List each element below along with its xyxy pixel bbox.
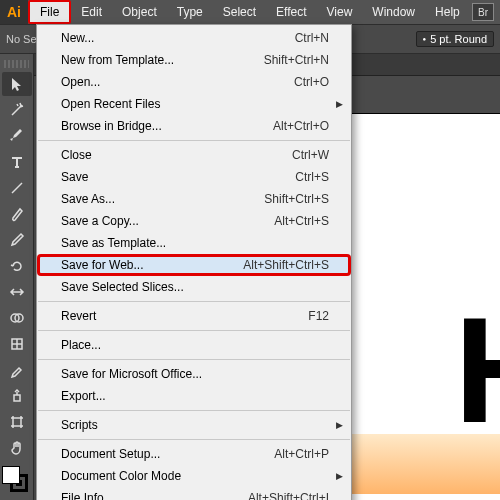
menu-item-save[interactable]: SaveCtrl+S <box>37 166 351 188</box>
submenu-arrow-icon: ▶ <box>336 420 343 430</box>
menu-item-label: Browse in Bridge... <box>61 119 162 133</box>
menu-file[interactable]: File <box>28 0 71 24</box>
shape-builder-tool-icon[interactable] <box>2 306 32 330</box>
menu-type[interactable]: Type <box>167 0 213 24</box>
menu-separator <box>38 439 350 440</box>
menu-item-label: Save for Microsoft Office... <box>61 367 202 381</box>
menu-item-label: Save for Web... <box>61 258 143 272</box>
fill-swatch[interactable] <box>2 466 20 484</box>
eyedropper-tool-icon[interactable] <box>2 358 32 382</box>
pencil-tool-icon[interactable] <box>2 228 32 252</box>
menu-item-document-setup[interactable]: Document Setup...Alt+Ctrl+P <box>37 443 351 465</box>
app-logo: Ai <box>0 0 28 24</box>
menu-item-save-for-web[interactable]: Save for Web...Alt+Shift+Ctrl+S <box>37 254 351 276</box>
stroke-profile-label: 5 pt. Round <box>430 33 487 45</box>
menu-item-file-info[interactable]: File Info...Alt+Shift+Ctrl+I <box>37 487 351 500</box>
menu-object[interactable]: Object <box>112 0 167 24</box>
menu-window[interactable]: Window <box>362 0 425 24</box>
menu-item-close[interactable]: CloseCtrl+W <box>37 144 351 166</box>
menu-item-export[interactable]: Export... <box>37 385 351 407</box>
menu-item-shortcut: Shift+Ctrl+N <box>264 53 329 67</box>
menu-item-shortcut: Ctrl+O <box>294 75 329 89</box>
menu-item-label: Open Recent Files <box>61 97 160 111</box>
app-root: Ai File Edit Object Type Select Effect V… <box>0 0 500 500</box>
selection-tool-icon[interactable] <box>2 72 32 96</box>
menu-item-label: Save as Template... <box>61 236 166 250</box>
menu-separator <box>38 140 350 141</box>
svg-rect-3 <box>14 395 20 401</box>
menu-item-place[interactable]: Place... <box>37 334 351 356</box>
menu-help[interactable]: Help <box>425 0 470 24</box>
menu-item-shortcut: Ctrl+N <box>295 31 329 45</box>
menu-item-label: Revert <box>61 309 96 323</box>
menu-item-label: Close <box>61 148 92 162</box>
menu-item-label: File Info... <box>61 491 114 500</box>
menu-item-label: Export... <box>61 389 106 403</box>
menu-item-label: New from Template... <box>61 53 174 67</box>
menu-item-revert[interactable]: RevertF12 <box>37 305 351 327</box>
menu-item-label: Document Setup... <box>61 447 160 461</box>
paintbrush-tool-icon[interactable] <box>2 202 32 226</box>
menu-item-label: Save a Copy... <box>61 214 139 228</box>
menu-item-shortcut: Ctrl+S <box>295 170 329 184</box>
stroke-profile-field: 5 pt. Round <box>416 31 495 47</box>
menu-item-new-from-template[interactable]: New from Template...Shift+Ctrl+N <box>37 49 351 71</box>
svg-rect-4 <box>13 418 21 426</box>
menu-item-new[interactable]: New...Ctrl+N <box>37 27 351 49</box>
menu-separator <box>38 410 350 411</box>
menu-item-shortcut: Alt+Shift+Ctrl+S <box>243 258 329 272</box>
line-tool-icon[interactable] <box>2 176 32 200</box>
hand-tool-icon[interactable] <box>2 436 32 460</box>
menu-item-document-color-mode[interactable]: Document Color Mode▶ <box>37 465 351 487</box>
menu-select[interactable]: Select <box>213 0 266 24</box>
menu-separator <box>38 359 350 360</box>
menu-separator <box>38 301 350 302</box>
menubar: Ai File Edit Object Type Select Effect V… <box>0 0 500 24</box>
menu-item-label: Open... <box>61 75 100 89</box>
menu-separator <box>38 330 350 331</box>
menu-item-save-for-microsoft-office[interactable]: Save for Microsoft Office... <box>37 363 351 385</box>
toolbox <box>0 54 34 500</box>
menu-item-label: Place... <box>61 338 101 352</box>
mesh-tool-icon[interactable] <box>2 332 32 356</box>
menu-item-shortcut: Alt+Shift+Ctrl+I <box>248 491 329 500</box>
menu-item-shortcut: F12 <box>308 309 329 323</box>
file-menu-dropdown: New...Ctrl+NNew from Template...Shift+Ct… <box>36 24 352 500</box>
menu-item-shortcut: Ctrl+W <box>292 148 329 162</box>
selection-status: No Se <box>6 33 37 45</box>
menu-item-shortcut: Alt+Ctrl+S <box>274 214 329 228</box>
menu-item-save-as-template[interactable]: Save as Template... <box>37 232 351 254</box>
width-tool-icon[interactable] <box>2 280 32 304</box>
menu-item-open-recent-files[interactable]: Open Recent Files▶ <box>37 93 351 115</box>
menu-item-browse-in-bridge[interactable]: Browse in Bridge...Alt+Ctrl+O <box>37 115 351 137</box>
menu-item-save-as[interactable]: Save As...Shift+Ctrl+S <box>37 188 351 210</box>
toolbox-grip[interactable] <box>4 60 29 68</box>
magic-wand-tool-icon[interactable] <box>2 98 32 122</box>
menu-item-save-a-copy[interactable]: Save a Copy...Alt+Ctrl+S <box>37 210 351 232</box>
menu-item-open[interactable]: Open...Ctrl+O <box>37 71 351 93</box>
menu-item-save-selected-slices[interactable]: Save Selected Slices... <box>37 276 351 298</box>
stroke-profile-dropdown[interactable]: 5 pt. Round <box>416 31 495 47</box>
menu-edit[interactable]: Edit <box>71 0 112 24</box>
symbol-sprayer-tool-icon[interactable] <box>2 384 32 408</box>
menu-item-label: Save Selected Slices... <box>61 280 184 294</box>
submenu-arrow-icon: ▶ <box>336 471 343 481</box>
menu-item-scripts[interactable]: Scripts▶ <box>37 414 351 436</box>
menu-item-shortcut: Alt+Ctrl+P <box>274 447 329 461</box>
menu-item-label: Scripts <box>61 418 98 432</box>
type-tool-icon[interactable] <box>2 150 32 174</box>
menu-item-label: Save As... <box>61 192 115 206</box>
menu-item-shortcut: Alt+Ctrl+O <box>273 119 329 133</box>
menu-item-shortcut: Shift+Ctrl+S <box>264 192 329 206</box>
menu-view[interactable]: View <box>317 0 363 24</box>
fill-stroke-swatch[interactable] <box>2 466 32 494</box>
bridge-badge-icon[interactable]: Br <box>472 3 494 21</box>
pen-tool-icon[interactable] <box>2 124 32 148</box>
artwork-text: Ho <box>454 284 500 457</box>
menu-item-label: Document Color Mode <box>61 469 181 483</box>
submenu-arrow-icon: ▶ <box>336 99 343 109</box>
rotate-tool-icon[interactable] <box>2 254 32 278</box>
menu-effect[interactable]: Effect <box>266 0 316 24</box>
menu-item-label: New... <box>61 31 94 45</box>
artboard-tool-icon[interactable] <box>2 410 32 434</box>
